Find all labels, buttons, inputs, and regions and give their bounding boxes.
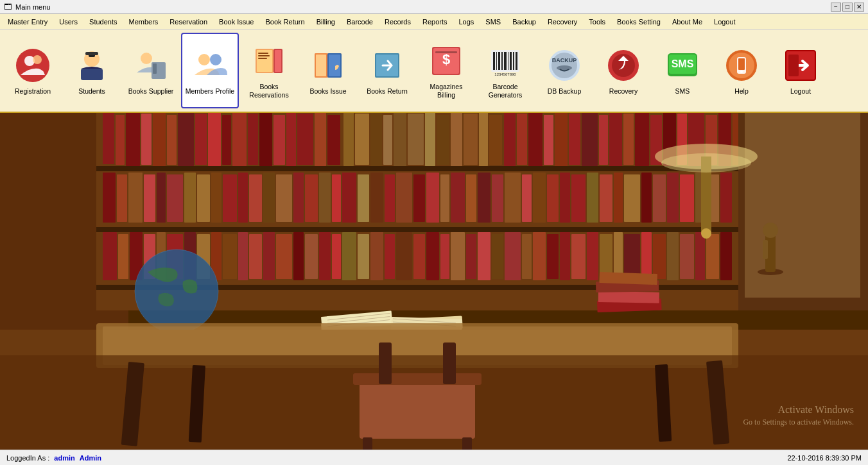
svg-rect-194	[560, 232, 570, 280]
menu-item-barcode[interactable]: Barcode	[342, 17, 378, 27]
svg-rect-66	[116, 115, 125, 165]
menu-item-recovery[interactable]: Recovery	[542, 17, 582, 27]
svg-rect-63	[96, 227, 770, 232]
menu-item-records[interactable]: Records	[379, 17, 416, 27]
menu-item-logs[interactable]: Logs	[453, 17, 479, 27]
svg-point-212	[661, 153, 751, 173]
svg-rect-201	[653, 234, 666, 279]
maximize-button[interactable]: □	[842, 3, 853, 12]
svg-rect-154	[653, 174, 666, 222]
logged-in-label: LoggedIn As :	[6, 454, 49, 462]
toolbar-btn-magazines-billing[interactable]: $ Magazines Billing	[417, 33, 475, 108]
help-icon	[722, 46, 761, 85]
svg-rect-117	[157, 173, 166, 223]
svg-rect-133	[370, 173, 383, 223]
toolbar-btn-logout[interactable]: Logout	[772, 33, 829, 108]
svg-rect-15	[258, 55, 270, 56]
svg-rect-120	[197, 174, 210, 222]
svg-rect-187	[466, 234, 476, 279]
menu-item-billing[interactable]: Billing	[311, 17, 340, 27]
title-bar-title: Main menu	[15, 3, 50, 11]
svg-rect-177	[332, 234, 341, 279]
svg-rect-147	[560, 173, 570, 223]
toolbar-btn-members-profile[interactable]: Members Profile	[181, 33, 239, 108]
svg-point-215	[763, 223, 778, 238]
svg-rect-139	[451, 173, 465, 223]
datetime-display: 22-10-2016 8:39:30 PM	[787, 454, 862, 462]
svg-rect-56	[788, 55, 799, 76]
toolbar-label-db-backup: DB Backup	[548, 87, 582, 96]
toolbar: Registration Students Books Supplier Mem…	[0, 30, 868, 113]
svg-rect-71	[178, 113, 194, 166]
svg-rect-149	[587, 173, 598, 223]
toolbar-btn-sms[interactable]: SMS SMS	[654, 33, 711, 108]
svg-rect-36	[508, 52, 508, 70]
menu-item-reports[interactable]: Reports	[417, 17, 453, 27]
fullname: Admin	[80, 454, 101, 462]
menu-item-reservation[interactable]: Reservation	[164, 17, 213, 27]
svg-rect-160	[103, 232, 117, 280]
toolbar-label-recovery: Recovery	[609, 87, 638, 96]
svg-rect-244	[598, 291, 659, 303]
toolbar-btn-books-return[interactable]: Books Return	[358, 33, 416, 108]
svg-rect-179	[358, 234, 369, 279]
toolbar-btn-books-reservations[interactable]: Books Reservations	[240, 33, 298, 108]
toolbar-label-members-profile: Members Profile	[186, 87, 234, 96]
menu-item-sms[interactable]: SMS	[480, 17, 506, 27]
svg-rect-153	[641, 173, 652, 223]
toolbar-btn-barcode-generators[interactable]: 1234567890 Barcode Generators	[476, 33, 534, 108]
menu-item-master-entry[interactable]: Master Entry	[3, 17, 53, 27]
svg-rect-148	[571, 174, 586, 222]
toolbar-btn-books-supplier[interactable]: Books Supplier	[122, 33, 180, 108]
svg-rect-6	[85, 52, 98, 55]
svg-rect-150	[600, 174, 612, 222]
svg-rect-195	[571, 234, 586, 279]
svg-rect-146	[547, 174, 559, 222]
books-return-icon	[368, 46, 406, 85]
menu-item-students[interactable]: Students	[84, 17, 122, 27]
svg-point-11	[210, 54, 221, 65]
svg-rect-156	[680, 174, 694, 222]
svg-text:Go to Settings to activate Win: Go to Settings to activate Windows.	[743, 418, 854, 427]
svg-rect-241	[379, 342, 392, 384]
svg-rect-200	[641, 232, 652, 280]
svg-rect-86	[383, 115, 392, 165]
toolbar-btn-registration[interactable]: Registration	[4, 33, 62, 108]
toolbar-btn-students[interactable]: Students	[63, 33, 121, 108]
svg-rect-88	[408, 114, 424, 165]
minimize-button[interactable]: −	[831, 3, 841, 12]
svg-rect-178	[342, 232, 356, 280]
toolbar-btn-db-backup[interactable]: BACKUP DB Backup	[535, 33, 593, 108]
svg-rect-240	[462, 437, 472, 450]
svg-rect-9	[153, 63, 157, 74]
svg-rect-143	[505, 173, 521, 223]
toolbar-btn-books-issue[interactable]: Books Issue	[299, 33, 357, 108]
svg-point-7	[141, 53, 152, 64]
logout-icon	[781, 46, 820, 85]
svg-rect-97	[528, 113, 542, 166]
svg-rect-142	[492, 174, 503, 222]
menu-item-logout[interactable]: Logout	[709, 17, 741, 27]
menu-item-books-setting[interactable]: Books Setting	[612, 17, 666, 27]
svg-rect-80	[297, 114, 313, 165]
title-bar: 🗔 Main menu − □ ✕	[0, 0, 868, 14]
menu-item-book-return[interactable]: Book Return	[260, 17, 309, 27]
svg-rect-34	[501, 52, 503, 70]
books-supplier-icon	[132, 46, 170, 85]
menu-item-members[interactable]: Members	[124, 17, 164, 27]
svg-rect-216	[763, 240, 768, 259]
svg-rect-114	[117, 174, 127, 222]
toolbar-label-books-reservations: Books Reservations	[243, 83, 295, 99]
svg-rect-87	[394, 113, 406, 166]
menu-item-about-me[interactable]: About Me	[667, 17, 707, 27]
magazines-billing-icon: $	[427, 42, 465, 80]
svg-rect-203	[680, 234, 694, 279]
svg-rect-196	[587, 232, 598, 280]
close-button[interactable]: ✕	[854, 3, 864, 12]
menu-item-users[interactable]: Users	[54, 17, 83, 27]
menu-item-tools[interactable]: Tools	[584, 17, 611, 27]
toolbar-btn-recovery[interactable]: Recovery	[595, 33, 652, 108]
menu-item-book-issue[interactable]: Book Issue	[214, 17, 259, 27]
menu-item-backup[interactable]: Backup	[507, 17, 541, 27]
toolbar-btn-help[interactable]: Help	[713, 33, 770, 108]
